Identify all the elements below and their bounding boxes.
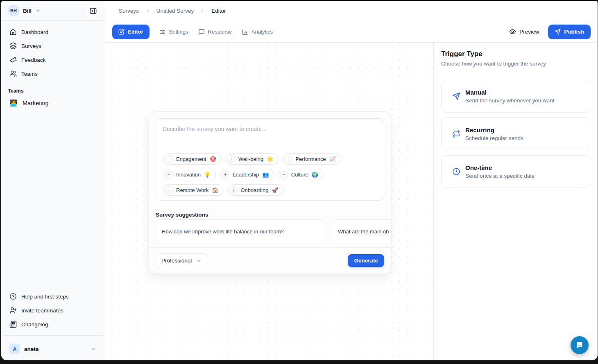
plus-icon: [165, 171, 173, 179]
tab-response[interactable]: Response: [198, 29, 232, 35]
sidebar-collapse-button[interactable]: [86, 4, 100, 18]
suggestion-card[interactable]: How can we improve work-life balance in …: [156, 219, 325, 243]
chip-innovation[interactable]: Innovation 💡: [163, 169, 216, 180]
sidebar-footer: Help and first steps Invite teammates Ch…: [1, 289, 105, 331]
rocket-emoji: 🚀: [272, 188, 278, 193]
sidebar-item-dashboard[interactable]: Dashboard: [6, 25, 100, 39]
sidebar-item-label: Changelog: [21, 321, 48, 328]
chip-remote-work[interactable]: Remote Work 🏠: [163, 184, 224, 196]
clock-icon: [452, 167, 460, 176]
send-icon: [555, 29, 561, 35]
globe-emoji: 🌍: [312, 172, 318, 177]
star-emoji: 🌟: [267, 156, 273, 162]
option-title: Recurring: [465, 127, 523, 133]
chat-launcher-button[interactable]: [571, 336, 589, 354]
trigger-option-recurring[interactable]: Recurring Schedule regular sends: [441, 118, 590, 150]
option-description: Schedule regular sends: [465, 135, 523, 141]
chip-leadership[interactable]: Leadership 👥: [219, 169, 274, 180]
panel-right-icon: [89, 7, 97, 15]
breadcrumb-untitled-survey[interactable]: Untitled Survey: [156, 8, 194, 14]
preview-button[interactable]: Preview: [509, 28, 539, 35]
message-square-icon: [198, 29, 205, 35]
option-description: Send the survey whenever you want: [465, 97, 555, 104]
settings-sliders-icon: [159, 29, 166, 35]
sidebar-item-label: Help and first steps: [21, 294, 69, 300]
trigger-option-one-time[interactable]: One-time Send once at a specific date: [441, 155, 590, 188]
trigger-type-panel: Trigger Type Choose how you want to trig…: [433, 43, 598, 360]
plus-icon: [280, 171, 288, 179]
user-plus-icon: [9, 307, 17, 314]
help-circle-icon: [9, 293, 17, 300]
tab-settings[interactable]: Settings: [159, 29, 188, 35]
pencil-square-icon: [118, 29, 125, 35]
busts-emoji: 👥: [263, 172, 269, 177]
suggestions-row: How can we improve work-life balance in …: [156, 219, 391, 243]
users-icon: [9, 70, 17, 77]
account-menu[interactable]: A aneta: [6, 340, 100, 358]
tone-select[interactable]: Professional: [156, 253, 207, 268]
plus-icon: [165, 186, 173, 194]
sidebar-item-surveys[interactable]: Surveys: [6, 39, 100, 53]
trigger-option-manual[interactable]: Manual Send the survey whenever you want: [441, 80, 590, 113]
chip-performance[interactable]: Performance 📈: [282, 153, 341, 165]
chevron-down-icon: [196, 258, 202, 264]
plus-icon: [227, 155, 235, 163]
publish-label: Publish: [564, 29, 584, 35]
trigger-panel-header: Trigger Type Choose how you want to trig…: [434, 43, 598, 73]
tab-label: Analytics: [251, 29, 273, 35]
trigger-options: Manual Send the survey whenever you want…: [434, 73, 598, 194]
sidebar-item-teams[interactable]: Teams: [6, 67, 100, 81]
sidebar-header: BH Bill: [1, 1, 105, 21]
layers-icon: [9, 42, 17, 50]
sidebar-item-label: Teams: [21, 71, 38, 77]
sidebar-item-label: Surveys: [21, 43, 41, 49]
suggestions-label: Survey suggestions: [156, 212, 208, 218]
header-actions: Preview Publish: [509, 25, 591, 39]
workspace-switcher[interactable]: BH Bill: [8, 5, 41, 16]
tab-editor[interactable]: Editor: [112, 25, 150, 39]
generate-button[interactable]: Generate: [348, 254, 384, 267]
chip-culture[interactable]: Culture 🌍: [278, 169, 324, 180]
publish-button[interactable]: Publish: [548, 25, 591, 39]
send-icon: [452, 92, 460, 100]
chevron-right-icon: [200, 8, 205, 14]
sidebar-item-changelog[interactable]: Changelog: [6, 317, 100, 331]
topic-chips: Engagement 🎯 Well-being 🌟 Performance 📈: [163, 153, 380, 196]
option-title: Manual: [465, 89, 555, 96]
breadcrumb-surveys[interactable]: Surveys: [119, 8, 139, 14]
composer-footer: Professional Generate: [149, 247, 391, 274]
chip-onboarding[interactable]: Onboarding 🚀: [227, 184, 283, 196]
sidebar-nav: Dashboard Surveys Feedback Teams: [1, 21, 105, 81]
sidebar-item-label: Feedback: [21, 57, 45, 63]
suggestion-card[interactable]: What are the main ob: [332, 219, 391, 243]
breadcrumb-editor: Editor: [211, 8, 226, 14]
option-title: One-time: [465, 164, 535, 171]
sidebar-divider: [3, 335, 103, 336]
bulb-emoji: 💡: [204, 172, 211, 177]
tone-value: Professional: [161, 258, 192, 264]
repeat-icon: [452, 130, 460, 138]
panel-title: Trigger Type: [441, 50, 590, 58]
chat-bubble-icon: [575, 341, 584, 350]
plus-icon: [222, 171, 229, 179]
sidebar-item-marketing[interactable]: 🧑‍💻 Marketing: [6, 95, 100, 111]
survey-prompt-input[interactable]: [156, 119, 384, 147]
tab-bar: Editor Settings Response Analytics: [105, 21, 598, 43]
account-avatar: A: [9, 344, 20, 354]
sidebar-item-feedback[interactable]: Feedback: [6, 53, 100, 67]
tab-label: Response: [208, 29, 232, 35]
preview-label: Preview: [519, 29, 539, 35]
megaphone-icon: [9, 56, 17, 63]
tab-analytics[interactable]: Analytics: [242, 29, 273, 35]
chevron-down-icon: [91, 346, 97, 352]
chip-well-being[interactable]: Well-being 🌟: [225, 153, 279, 165]
breadcrumb: Surveys Untitled Survey Editor: [105, 1, 598, 21]
sidebar-item-invite[interactable]: Invite teammates: [6, 303, 100, 317]
chip-engagement[interactable]: Engagement 🎯: [163, 153, 222, 165]
sidebar-item-label: Dashboard: [21, 29, 48, 35]
house-emoji: 🏠: [212, 188, 218, 193]
app-window: BH Bill Dashboard: [1, 1, 598, 360]
tab-label: Editor: [128, 29, 143, 35]
sidebar-item-help[interactable]: Help and first steps: [6, 289, 100, 303]
technologist-emoji: 🧑‍💻: [9, 100, 18, 106]
